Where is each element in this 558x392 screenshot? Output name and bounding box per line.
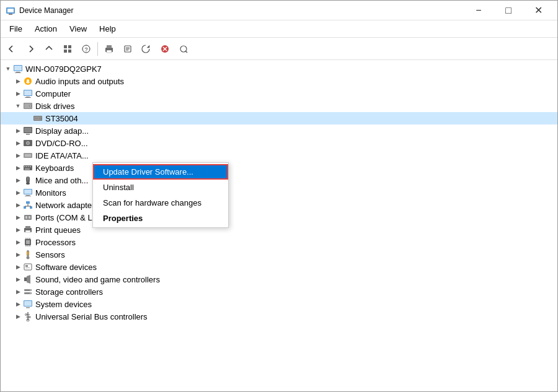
tree-system[interactable]: System devices [1,298,557,310]
scan-button[interactable] [175,40,192,58]
print-button[interactable] [100,40,118,58]
disk-expand [13,101,23,111]
menu-view[interactable]: View [63,22,93,36]
tree-network[interactable]: Network adapters [1,199,557,211]
svg-rect-23 [15,72,21,73]
svg-rect-6 [68,50,71,53]
svg-rect-3 [64,45,67,48]
context-scan[interactable]: Scan for hardware changes [93,195,228,211]
svg-rect-85 [25,268,30,268]
device-tree-container[interactable]: WIN-O079DQ2GPK7 Audio inputs and outputs [1,60,557,391]
uninstall-button[interactable] [156,40,174,58]
usb-label: Universal Serial Bus controllers [35,312,148,321]
audio-label: Audio inputs and outputs [35,77,124,86]
context-uninstall[interactable]: Uninstall [93,180,228,195]
system-expand [13,299,23,309]
svg-rect-50 [28,166,29,167]
back-button[interactable] [3,40,20,58]
svg-rect-73 [26,240,30,244]
tree-dvd[interactable]: DVD/CD-RO... [1,137,557,149]
maximize-button[interactable]: □ [494,1,523,20]
svg-rect-11 [107,50,112,53]
svg-rect-49 [26,166,27,167]
usb-icon [23,311,33,321]
dvd-expand [13,138,23,148]
print-queue-icon [23,225,33,235]
svg-point-55 [26,182,30,185]
tree-software[interactable]: Software devices [1,261,557,273]
tree-processors[interactable]: Processors [1,236,557,248]
disk-drives-icon [23,101,33,111]
tree-root[interactable]: WIN-O079DQ2GPK7 [1,63,557,75]
ports-icon [23,212,33,222]
tree-sound[interactable]: Sound, video and game controllers [1,273,557,285]
toolbar-separator-1 [97,42,98,56]
svg-rect-61 [24,206,26,209]
svg-rect-57 [24,189,32,194]
tree-usb[interactable]: Universal Serial Bus controllers [1,310,557,323]
tree-st35004[interactable]: ST35004 [1,112,557,124]
computer-tree-icon [23,89,33,98]
tree-monitors[interactable]: Monitors [1,186,557,199]
svg-rect-86 [24,277,27,281]
tree-disk-drives[interactable]: Disk drives [1,100,557,112]
svg-rect-82 [27,251,29,255]
storage-label: Storage controllers [35,287,103,297]
app-icon [6,6,16,15]
sensors-icon [23,250,33,259]
tree-computer[interactable]: Computer [1,87,557,100]
tree-display[interactable]: Display adap... [1,124,557,137]
svg-rect-29 [25,97,31,98]
tree-ports[interactable]: Ports (COM & LPT) [1,211,557,224]
menu-action[interactable]: Action [29,22,63,36]
computer-label: Computer [35,89,71,98]
software-icon [23,262,33,272]
properties-button[interactable] [119,40,136,58]
tree-keyboards[interactable]: Keyboards [1,162,557,174]
tree-mice[interactable]: Mice and oth... [1,174,557,186]
root-label: WIN-O079DQ2GPK7 [25,64,102,74]
context-properties[interactable]: Properties [93,211,228,226]
display-icon [23,126,33,136]
ide-expand [13,150,23,160]
menu-help[interactable]: Help [93,22,122,36]
context-update-driver[interactable]: Update Driver Software... [93,164,228,180]
svg-rect-10 [107,45,112,48]
svg-rect-84 [25,265,28,267]
svg-rect-46 [25,154,31,157]
device-manager-window: Device Manager − □ ✕ File Action View He… [0,0,558,392]
usb-expand [13,311,23,321]
mice-label: Mice and oth... [35,176,88,185]
processor-icon [23,237,33,247]
tree-ide[interactable]: IDE ATA/ATA... [1,149,557,162]
monitor-icon [23,188,33,198]
tree-print[interactable]: Print queues [1,224,557,236]
up-button[interactable] [40,40,58,58]
close-button[interactable]: ✕ [524,1,552,20]
show-button[interactable] [59,40,76,58]
network-expand [13,200,23,210]
menu-file[interactable]: File [3,22,29,36]
svg-rect-27 [24,90,32,95]
st35004-expand [23,113,33,123]
svg-rect-21 [14,66,22,71]
svg-point-37 [40,118,41,119]
ports-expand [13,212,23,222]
tree-storage[interactable]: Storage controllers [1,285,557,298]
svg-rect-68 [29,216,30,219]
root-expand-arrow [3,64,13,74]
tree-audio[interactable]: Audio inputs and outputs [1,75,557,87]
keyboards-label: Keyboards [35,163,74,173]
disk-drives-label: Disk drives [35,102,75,111]
minimize-button[interactable]: − [464,1,493,20]
tree-sensors[interactable]: Sensors [1,248,557,261]
update-button[interactable] [138,40,155,58]
processors-expand [13,237,23,247]
svg-point-90 [30,293,31,294]
svg-rect-48 [24,166,25,167]
title-bar: Device Manager − □ ✕ [1,1,557,20]
forward-button[interactable] [22,40,39,58]
keyboard-icon [23,163,33,173]
help-button[interactable]: ? [78,40,95,58]
svg-rect-52 [25,168,30,170]
